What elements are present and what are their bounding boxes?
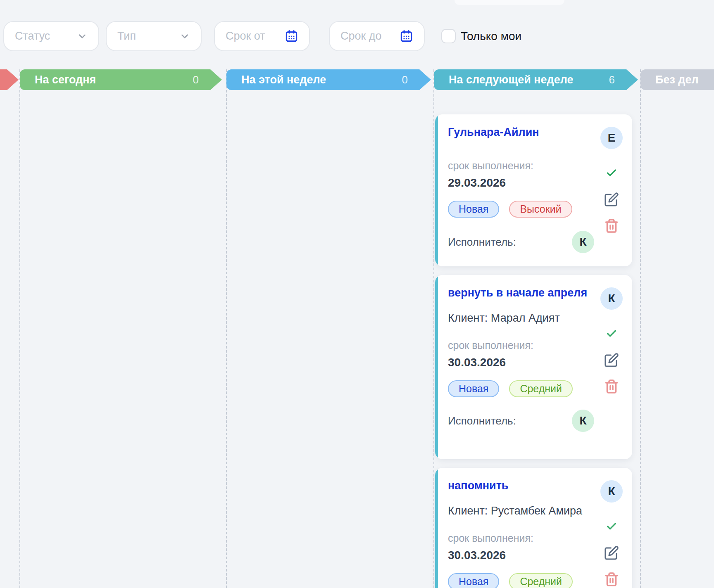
filter-bar: Статус Тип Срок от Срок до — [0, 0, 714, 58]
due-label: срок выполнения: — [448, 339, 600, 352]
complete-task-icon[interactable] — [605, 328, 618, 339]
calendar-icon — [285, 29, 298, 43]
date-from-filter[interactable]: Срок от — [214, 21, 310, 51]
owner-avatar: К — [600, 480, 623, 503]
column-separator — [640, 69, 641, 588]
assignee-label: Исполнитель: — [448, 236, 516, 249]
card-actions-rail: К — [600, 286, 623, 447]
type-filter-placeholder: Тип — [117, 30, 136, 43]
assignee-row: Исполнитель: К — [448, 231, 600, 253]
chevron-down-icon — [77, 31, 88, 42]
due-label: срок выполнения: — [448, 159, 600, 172]
badges-row: Новая Средний — [448, 573, 600, 588]
task-card-content: напомнить Клиент: Рустамбек Амира срок в… — [448, 479, 600, 588]
edit-task-icon[interactable] — [604, 192, 619, 207]
owner-avatar: К — [600, 287, 623, 310]
only-mine-label: Только мои — [461, 30, 521, 43]
card-actions-rail: Е — [600, 125, 623, 254]
complete-task-icon[interactable] — [605, 521, 618, 532]
task-title-link[interactable]: Гульнара-Айлин — [448, 125, 600, 140]
only-mine-toggle[interactable]: Только мои — [441, 29, 521, 43]
priority-badge: Средний — [509, 573, 573, 588]
calendar-icon — [400, 29, 413, 43]
task-card[interactable]: Гульнара-Айлин срок выполнения: 29.03.20… — [435, 114, 632, 266]
assignee-avatar: К — [572, 231, 594, 253]
column-title: На сегодня — [35, 74, 96, 86]
badges-row: Новая Средний — [448, 380, 600, 397]
column-title: Без дел — [655, 74, 699, 86]
status-badge: Новая — [448, 201, 499, 218]
status-badge: Новая — [448, 573, 499, 588]
date-to-placeholder: Срок до — [340, 30, 382, 43]
priority-badge: Средний — [509, 380, 573, 397]
chevron-down-icon — [179, 31, 190, 42]
column-count: 6 — [609, 69, 615, 90]
badges-row: Новая Высокий — [448, 201, 600, 218]
task-board-screen: Статус Тип Срок от Срок до — [0, 0, 714, 588]
task-card[interactable]: вернуть в начале апреля Клиент: Марал Ад… — [435, 275, 632, 459]
column-title: На этой неделе — [241, 74, 326, 86]
status-filter-placeholder: Статус — [15, 30, 50, 43]
date-to-filter[interactable]: Срок до — [329, 21, 425, 51]
owner-avatar: Е — [600, 127, 623, 149]
card-actions-rail: К — [600, 479, 623, 588]
due-date: 30.03.2026 — [448, 548, 600, 562]
column-header-this-week: На этой неделе 0 — [226, 69, 431, 90]
column-count: 0 — [402, 69, 408, 90]
client-line: Клиент: Марал Адият — [448, 311, 600, 325]
delete-task-icon[interactable] — [604, 571, 619, 588]
status-badge: Новая — [448, 380, 499, 397]
client-line: Клиент: Рустамбек Амира — [448, 504, 600, 518]
column-separator — [226, 69, 227, 588]
assignee-label: Исполнитель: — [448, 415, 516, 427]
due-date: 30.03.2026 — [448, 355, 600, 370]
column-header-today: На сегодня 0 — [20, 69, 222, 90]
edit-task-icon[interactable] — [604, 545, 619, 560]
date-from-placeholder: Срок от — [226, 30, 265, 43]
type-filter-select[interactable]: Тип — [106, 21, 202, 51]
column-header-overdue — [0, 69, 19, 90]
task-card-content: Гульнара-Айлин срок выполнения: 29.03.20… — [448, 125, 600, 254]
column-separator — [19, 69, 20, 588]
only-mine-checkbox[interactable] — [441, 29, 456, 43]
due-label: срок выполнения: — [448, 532, 600, 545]
task-title-link[interactable]: напомнить — [448, 479, 600, 493]
complete-task-icon[interactable] — [605, 167, 618, 179]
column-header-no-tasks: Без дел — [640, 69, 714, 90]
assignee-avatar: К — [572, 410, 594, 432]
assignee-row: Исполнитель: К — [448, 410, 600, 432]
status-filter-select[interactable]: Статус — [3, 21, 99, 51]
column-header-next-week: На следующей неделе 6 — [434, 69, 638, 90]
column-count: 0 — [193, 69, 199, 90]
column-separator — [433, 69, 434, 588]
priority-badge: Высокий — [509, 201, 572, 218]
task-card-content: вернуть в начале апреля Клиент: Марал Ад… — [448, 286, 600, 447]
delete-task-icon[interactable] — [604, 218, 619, 234]
edit-task-icon[interactable] — [604, 353, 619, 368]
task-card[interactable]: напомнить Клиент: Рустамбек Амира срок в… — [435, 468, 632, 588]
due-date: 29.03.2026 — [448, 175, 600, 190]
task-title-link[interactable]: вернуть в начале апреля — [448, 286, 600, 300]
column-title: На следующей неделе — [449, 74, 574, 86]
delete-task-icon[interactable] — [604, 378, 619, 395]
